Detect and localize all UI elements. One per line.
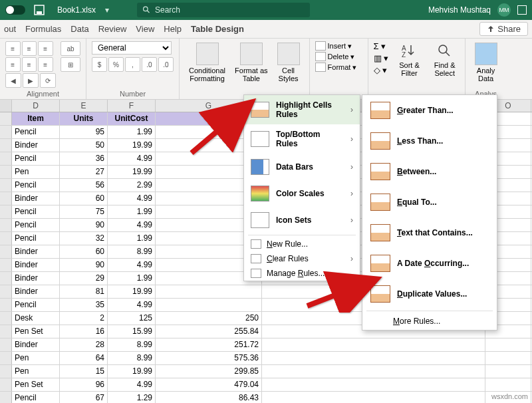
cell-units[interactable]: 36 — [60, 152, 108, 165]
align-top-button[interactable]: ≡ — [5, 41, 21, 56]
row-handle[interactable] — [0, 152, 12, 165]
share-button[interactable]: Share — [479, 22, 528, 36]
header-unitcost[interactable]: UnitCost — [108, 112, 156, 125]
cell-units[interactable]: 2 — [60, 312, 108, 325]
cell-item[interactable]: Pencil — [12, 179, 60, 192]
menu-clear-rules[interactable]: Clear Rules › — [244, 251, 360, 266]
align-center-button[interactable]: ≡ — [22, 57, 37, 72]
cell-total[interactable]: 299.85 — [156, 365, 262, 378]
insert-button[interactable]: Insert ▾ — [315, 41, 362, 51]
menu-highlight-cells-rules[interactable]: Highlight Cells Rules › — [244, 95, 360, 124]
row-handle[interactable] — [0, 205, 12, 218]
cell-total[interactable] — [156, 299, 262, 311]
cell-unitcost[interactable]: 19.99 — [108, 365, 156, 378]
cell-item[interactable]: Binder — [12, 139, 60, 152]
cell-unitcost[interactable]: 8.99 — [108, 245, 156, 258]
menu-manage-rules[interactable]: Manage Rules... — [244, 266, 360, 281]
currency-button[interactable]: $ — [92, 57, 107, 72]
cell-item[interactable]: Pencil — [12, 205, 60, 218]
cell-item[interactable]: Pen Set — [12, 325, 60, 338]
cell-unitcost[interactable]: 19.99 — [108, 139, 156, 152]
chevron-down-icon[interactable]: ▾ — [105, 5, 109, 15]
cell-units[interactable]: 64 — [60, 352, 108, 364]
cell-item[interactable]: Binder — [12, 272, 60, 285]
find-select-button[interactable]: Find & Select — [430, 41, 460, 78]
menu-icon-sets[interactable]: Icon Sets › — [244, 207, 360, 233]
cell-total[interactable]: 479.04 — [156, 378, 262, 391]
decrease-decimal-button[interactable]: .0 — [158, 57, 174, 72]
format-button[interactable]: Format ▾ — [315, 63, 362, 72]
cell-item[interactable]: Pen — [12, 166, 60, 178]
cell-unitcost[interactable]: 125 — [108, 312, 156, 325]
cell-unitcost[interactable]: 1.29 — [108, 392, 156, 403]
cell-item[interactable]: Binder — [12, 338, 60, 351]
tab-table-design[interactable]: Table Design — [191, 24, 244, 34]
search-input[interactable] — [155, 5, 305, 15]
row-handle[interactable] — [0, 179, 12, 192]
row-handle[interactable] — [0, 352, 12, 364]
row-handle[interactable] — [0, 259, 12, 271]
cell-item[interactable]: Binder — [12, 245, 60, 258]
cell-item[interactable]: Binder — [12, 192, 60, 205]
row-handle[interactable] — [0, 139, 12, 152]
row-handle[interactable] — [0, 219, 12, 231]
row-handle[interactable] — [0, 365, 12, 378]
cell-units[interactable]: 75 — [60, 205, 108, 218]
col-header-d[interactable]: D — [12, 100, 60, 112]
cell-units[interactable]: 28 — [60, 338, 108, 351]
cell-units[interactable]: 60 — [60, 245, 108, 258]
cell-units[interactable]: 60 — [60, 192, 108, 205]
cell-unitcost[interactable]: 1.99 — [108, 232, 156, 245]
fill-button[interactable]: ▥ ▾ — [374, 53, 389, 63]
menu-data-bars[interactable]: Data Bars › — [244, 154, 360, 180]
cell-item[interactable]: Pencil — [12, 392, 60, 403]
user-avatar[interactable]: MM — [497, 3, 511, 17]
cell-units[interactable]: 50 — [60, 139, 108, 152]
tab-review[interactable]: Review — [98, 24, 127, 34]
cell-item[interactable]: Pen — [12, 365, 60, 378]
cell-unitcost[interactable]: 19.99 — [108, 285, 156, 298]
comma-style-button[interactable]: , — [125, 57, 140, 72]
submenu-text-contains[interactable]: Text that Contains... — [362, 217, 497, 248]
cell-units[interactable]: 67 — [60, 392, 108, 403]
align-bottom-button[interactable]: ≡ — [38, 41, 53, 56]
tab-data[interactable]: Data — [70, 24, 88, 34]
cell-item[interactable]: Binder — [12, 285, 60, 298]
cell-total[interactable]: 251.72 — [156, 338, 262, 351]
cell-unitcost[interactable]: 4.99 — [108, 299, 156, 311]
search-box[interactable] — [137, 3, 310, 17]
row-handle[interactable] — [0, 392, 12, 403]
row-handle[interactable] — [0, 126, 12, 138]
cell-item[interactable]: Pencil — [12, 232, 60, 245]
cell-total[interactable]: 86.43 — [156, 392, 262, 403]
percent-button[interactable]: % — [108, 57, 124, 72]
sort-filter-button[interactable]: AZ Sort & Filter — [395, 41, 424, 78]
cell-units[interactable]: 32 — [60, 232, 108, 245]
row-handle[interactable] — [0, 312, 12, 325]
cell-total[interactable] — [156, 285, 262, 298]
submenu-greater-than[interactable]: Greater Than... — [362, 95, 497, 126]
increase-indent-button[interactable]: ▶ — [23, 73, 39, 88]
cell-units[interactable]: 35 — [60, 299, 108, 311]
cell-unitcost[interactable]: 1.99 — [108, 272, 156, 285]
row-handle[interactable] — [0, 272, 12, 285]
cell-item[interactable]: Pencil — [12, 299, 60, 311]
row-handle[interactable] — [0, 192, 12, 205]
col-header-e[interactable]: E — [60, 100, 108, 112]
cell-units[interactable]: 90 — [60, 259, 108, 271]
cell-units[interactable]: 96 — [60, 378, 108, 391]
cell-unitcost[interactable]: 8.99 — [108, 338, 156, 351]
window-controls-icon[interactable] — [517, 5, 527, 15]
submenu-equal-to[interactable]: Equal To... — [362, 187, 497, 217]
row-handle[interactable] — [0, 338, 12, 351]
cell-item[interactable]: Pencil — [12, 219, 60, 231]
cell-total[interactable]: 255.84 — [156, 325, 262, 338]
cell-unitcost[interactable]: 1.99 — [108, 126, 156, 138]
cell-item[interactable]: Binder — [12, 259, 60, 271]
cell-total[interactable]: 575.36 — [156, 352, 262, 364]
align-middle-button[interactable]: ≡ — [22, 41, 37, 56]
header-item[interactable]: Item — [12, 112, 60, 125]
submenu-more-rules[interactable]: More Rules... — [362, 313, 497, 330]
submenu-duplicate-values[interactable]: Duplicate Values... — [362, 279, 497, 309]
clear-button[interactable]: ◇ ▾ — [374, 65, 389, 75]
